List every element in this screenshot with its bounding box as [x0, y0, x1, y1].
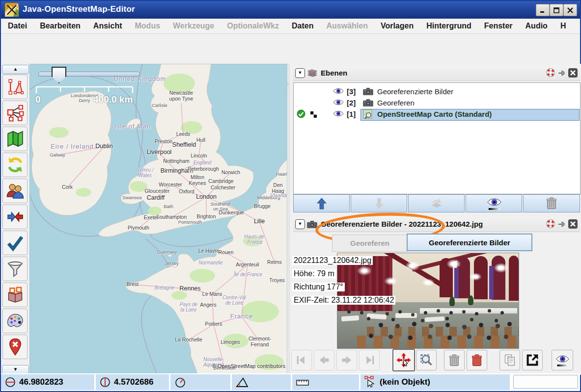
menu-bearbeiten[interactable]: Bearbeiten	[40, 22, 81, 30]
title-bar[interactable]: Java-OpenStreetMap-Editor	[1, 1, 580, 19]
layer-name: Georeferenzierte Bilder	[377, 87, 453, 96]
scroll-down-icon: ▼	[13, 366, 18, 372]
layer-order: [3]	[347, 87, 356, 96]
menu-auswaehlen: Auswählen	[326, 22, 367, 30]
move-layer-down-icon	[373, 197, 386, 210]
checker-icon	[310, 111, 317, 118]
menu-optionalewkz: OptionaleWkz	[227, 22, 279, 30]
filter-button[interactable]	[2, 257, 28, 281]
delete-file-button[interactable]	[467, 350, 487, 370]
last-photo-button	[359, 350, 380, 370]
authors-icon	[6, 182, 24, 200]
tab-georeferen[interactable]: Georeferen	[332, 235, 408, 252]
first-photo-icon	[295, 354, 308, 366]
edit-geometry-button[interactable]	[2, 75, 28, 99]
map-icon	[6, 130, 24, 148]
angle-segment	[232, 374, 292, 390]
presets-box-icon	[6, 286, 24, 304]
scale-start-label: 0	[35, 94, 41, 105]
tab-georeferenzierte-bilder[interactable]: Georeferenzierte Bilder	[407, 234, 532, 251]
delete-layer-icon	[546, 197, 557, 210]
close-icon[interactable]	[568, 68, 578, 78]
menu-hilfe[interactable]: H	[560, 22, 566, 30]
validator-check-icon	[6, 234, 24, 252]
last-photo-icon	[363, 354, 376, 366]
visibility-eye-icon[interactable]	[333, 99, 344, 106]
toggle-visibility-icon	[486, 197, 502, 210]
layer-row[interactable]: [2] Georeferen	[294, 97, 580, 108]
toggle-visibility-icon	[554, 354, 570, 367]
center-view-button[interactable]	[392, 349, 415, 371]
help-lifebuoy-icon[interactable]	[546, 68, 555, 77]
menu-audio[interactable]: Audio	[526, 22, 548, 30]
collapse-icon[interactable]: ▼	[295, 219, 305, 229]
open-external-button[interactable]	[522, 350, 543, 370]
menu-daten[interactable]: Daten	[292, 22, 313, 30]
latitude-value: 46.9802823	[19, 377, 63, 387]
menu-fenster[interactable]: Fenster	[484, 22, 513, 30]
camera-icon	[362, 87, 374, 96]
layer-name: Georeferen	[377, 99, 415, 107]
scroll-up-button[interactable]: ▲	[2, 65, 29, 74]
layer-order: [2]	[347, 99, 356, 107]
dock-pin-icon[interactable]	[558, 220, 566, 228]
toggle-photo-visibility-button[interactable]	[552, 350, 573, 370]
maximize-button[interactable]	[550, 4, 563, 16]
longitude-icon	[100, 377, 111, 388]
close-icon[interactable]	[568, 219, 578, 229]
map-view[interactable]: United KingdomLondonderry/ DerryNewcastl…	[29, 64, 287, 375]
minimize-button[interactable]	[536, 4, 550, 16]
menu-bar: Datei Bearbeiten Ansicht Modus Werkzeuge…	[1, 19, 580, 34]
map-button[interactable]	[2, 127, 28, 151]
toggle-visibility-button[interactable]	[466, 194, 522, 212]
layers-panel-title: Ebenen	[321, 69, 347, 77]
josm-window: Java-OpenStreetMap-Editor Datei Bearbeit…	[0, 0, 581, 392]
merge-layer-button[interactable]	[408, 194, 465, 212]
zoom-best-fit-button[interactable]	[416, 350, 437, 370]
move-layer-down-button[interactable]	[351, 194, 407, 212]
location-button[interactable]	[2, 335, 28, 359]
relation-button[interactable]	[2, 101, 28, 125]
remove-photo-button[interactable]	[444, 350, 465, 370]
sync-arrows-icon	[6, 156, 24, 174]
validator-button[interactable]	[2, 231, 28, 255]
visibility-eye-icon[interactable]	[333, 87, 344, 95]
menu-datei[interactable]: Datei	[8, 22, 27, 30]
menu-vorlagen[interactable]: Vorlagen	[381, 22, 414, 30]
previous-photo-icon	[318, 354, 331, 366]
window-title: Java-OpenStreetMap-Editor	[23, 4, 135, 14]
sync-button[interactable]	[2, 153, 28, 177]
minimize-icon	[540, 7, 546, 13]
scale-end-label: 400.0 km	[93, 94, 133, 105]
photo-exif-time: EXIF-Zeit: 23.11.22 12:06:42	[292, 296, 395, 305]
close-button[interactable]	[563, 4, 577, 16]
imagery-icon	[363, 109, 372, 119]
photo-panel: ▼ Georeferenzierte Bilder - 20221123_120…	[290, 217, 581, 375]
styles-button[interactable]	[2, 309, 28, 333]
presets-button[interactable]	[2, 283, 28, 307]
layer-row[interactable]: [3] Georeferenzierte Bilder	[294, 86, 580, 97]
authors-button[interactable]	[2, 179, 28, 203]
delete-layer-button[interactable]	[523, 194, 580, 212]
dock-pin-icon[interactable]	[558, 69, 566, 77]
layer-row-selected[interactable]: [1] OpenStreetMap Carto (Standard)	[294, 108, 580, 120]
object-info: (kein Objekt)	[380, 377, 430, 387]
visibility-eye-icon[interactable]	[333, 110, 344, 117]
main-toolbar: 1	[1, 34, 580, 64]
photo-direction: Richtung 177°	[292, 283, 345, 291]
conflict-button[interactable]	[2, 205, 28, 229]
active-check-icon	[297, 109, 305, 118]
relation-icon	[6, 104, 24, 122]
open-external-icon	[526, 353, 539, 367]
move-layer-up-button[interactable]	[293, 194, 350, 212]
layers-panel-header: ▼ Ebenen	[293, 66, 581, 81]
move-layer-up-icon	[315, 197, 328, 210]
help-lifebuoy-icon[interactable]	[546, 219, 555, 228]
copy-path-button[interactable]	[499, 350, 520, 370]
collapse-icon[interactable]: ▼	[295, 68, 305, 78]
menu-ansicht[interactable]: Ansicht	[93, 22, 122, 30]
map-scale-bar: 0 400.0 km	[35, 85, 138, 95]
photo-filename: 20221123_120642.jpg	[292, 256, 373, 265]
close-icon	[567, 7, 573, 13]
menu-hintergrund[interactable]: Hintergrund	[426, 22, 471, 30]
